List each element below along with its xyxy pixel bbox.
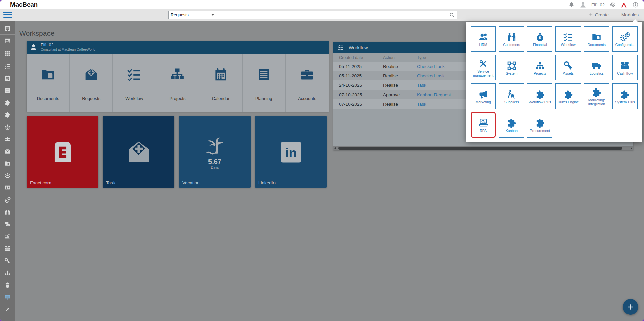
profile-subtitle: Consultant at MacBean CoffeeWorld bbox=[41, 48, 95, 52]
sidebar-item-id-card-13[interactable] bbox=[0, 183, 15, 192]
sidebar-item-handshake-15[interactable] bbox=[0, 208, 15, 217]
sidebar-item-people-group-12[interactable] bbox=[0, 171, 15, 180]
sidebar-item-cash-register-18[interactable] bbox=[0, 244, 15, 253]
workspace-tile-requests[interactable]: Requests bbox=[70, 54, 113, 112]
profile-card-header[interactable]: Fifi_02 Consultant at MacBean CoffeeWorl… bbox=[27, 41, 329, 54]
sidebar-item-key-19[interactable] bbox=[0, 256, 15, 265]
avatar-icon[interactable] bbox=[579, 1, 587, 8]
scrollbar-thumb[interactable] bbox=[338, 147, 622, 150]
sidebar-item-grid-2[interactable] bbox=[0, 49, 15, 58]
profile-card-tiles: DocumentsRequestsWorkflowProjectsCalenda… bbox=[27, 54, 329, 112]
module-tile-hrm[interactable]: HRM bbox=[471, 26, 496, 52]
workspace-tile-projects[interactable]: Projects bbox=[156, 54, 199, 112]
sidebar-item-gears-14[interactable] bbox=[0, 195, 15, 205]
puzzle-icon bbox=[4, 111, 11, 118]
desktop: MacBean Fifi_02 Requests Create Modules … bbox=[0, 0, 644, 321]
envelope-plus-icon bbox=[84, 67, 99, 82]
puzzle-icon bbox=[591, 87, 602, 97]
sidebar-item-monitor-22[interactable] bbox=[0, 293, 15, 302]
sidebar-item-puzzle-7[interactable] bbox=[0, 110, 15, 119]
sidebar-item-building-0[interactable] bbox=[0, 24, 15, 33]
module-tile-procurement[interactable]: Procurement bbox=[527, 112, 552, 138]
workspace-tile-planning[interactable]: Planning bbox=[243, 54, 286, 112]
module-tile-system[interactable]: System bbox=[499, 55, 524, 80]
search-icon bbox=[449, 12, 455, 18]
shortcut-tile-linkedin[interactable]: inLinkedIn bbox=[255, 116, 327, 188]
workspace-tile-workflow[interactable]: Workflow bbox=[113, 54, 156, 112]
search-input[interactable] bbox=[217, 11, 457, 19]
sidebar-item-chart-up-17[interactable] bbox=[0, 232, 15, 241]
module-tile-projects[interactable]: Projects bbox=[527, 55, 552, 80]
module-label: System bbox=[506, 72, 517, 75]
workspace-tile-calendar[interactable]: Calendar bbox=[199, 54, 243, 112]
create-button[interactable]: Create bbox=[589, 12, 609, 17]
module-tile-rules-engine[interactable]: Rules Engine bbox=[555, 83, 581, 109]
workspace-tile-documents[interactable]: Documents bbox=[27, 54, 70, 112]
module-label: System Plus bbox=[615, 100, 635, 104]
sidebar-item-jar-21[interactable] bbox=[0, 281, 15, 290]
search-category-select[interactable]: Requests bbox=[168, 11, 217, 19]
module-tile-marketing-integration[interactable]: Marketing: Integration bbox=[584, 83, 609, 109]
modules-button[interactable]: Modules bbox=[621, 12, 639, 17]
sidebar-item-planning-5[interactable] bbox=[0, 86, 15, 95]
topbar-actions: Fifi_02 bbox=[568, 1, 639, 8]
plus-icon bbox=[589, 13, 593, 17]
module-tile-workflow-plus[interactable]: Workflow Plus bbox=[527, 83, 552, 109]
info-icon[interactable] bbox=[632, 2, 639, 8]
sidebar-item-coins-16[interactable] bbox=[0, 220, 15, 229]
workspace-tile-accounts[interactable]: Accounts bbox=[286, 54, 329, 112]
floating-add-button[interactable] bbox=[623, 299, 638, 315]
module-tile-financial[interactable]: $Financial bbox=[527, 26, 552, 52]
module-tile-suppliers[interactable]: Suppliers bbox=[499, 83, 524, 109]
tile-label: Calendar bbox=[212, 96, 230, 101]
calendar-icon bbox=[213, 67, 228, 82]
menu-hamburger-icon[interactable] bbox=[3, 12, 12, 18]
checklist-icon bbox=[563, 32, 573, 42]
module-tile-logistics[interactable]: Logistics bbox=[584, 55, 609, 80]
shortcut-tile-vacation[interactable]: 5.67DaysVacation bbox=[179, 116, 251, 188]
module-label: Projects bbox=[534, 72, 546, 75]
tile-label: LinkedIn bbox=[258, 180, 276, 185]
sidebar-item-arrow-ne-23[interactable] bbox=[0, 305, 15, 314]
scroll-right-arrow-icon[interactable] bbox=[631, 147, 632, 150]
module-tile-assets[interactable]: Assets bbox=[555, 55, 581, 80]
truck-icon bbox=[591, 61, 602, 71]
tile-unit: Days bbox=[211, 165, 219, 169]
horizontal-scrollbar[interactable] bbox=[333, 146, 633, 150]
tile-label: Workflow bbox=[125, 96, 143, 101]
module-tile-cash-flow[interactable]: Cash flow bbox=[612, 55, 638, 80]
module-tile-workflow[interactable]: Workflow bbox=[555, 26, 581, 52]
module-tile-rpa[interactable]: RPA bbox=[471, 112, 496, 138]
jar-icon bbox=[4, 282, 11, 288]
sidebar-item-envelope-plus-10[interactable] bbox=[0, 147, 15, 156]
brand-logo[interactable]: MacBean bbox=[10, 1, 38, 8]
sidebar-item-window-form-1[interactable] bbox=[0, 36, 15, 45]
module-tile-kanban[interactable]: Kanban bbox=[499, 112, 524, 138]
module-tile-system-plus[interactable]: System Plus bbox=[612, 83, 638, 109]
sidebar-item-briefcase-9[interactable] bbox=[0, 135, 15, 144]
briefcase-icon bbox=[299, 67, 315, 82]
sidebar-item-checklist-3[interactable] bbox=[0, 62, 15, 71]
gear-icon[interactable] bbox=[609, 2, 616, 8]
cell-action: Approve bbox=[383, 92, 417, 97]
bell-icon[interactable] bbox=[568, 2, 575, 8]
module-tile-configurat-[interactable]: Configurat... bbox=[612, 26, 638, 52]
sidebar-item-people-group-8[interactable] bbox=[0, 122, 15, 132]
module-tile-service-management[interactable]: Service management bbox=[471, 55, 496, 80]
module-tile-customers[interactable]: Customers bbox=[499, 26, 524, 52]
sidebar-item-orgchart-20[interactable] bbox=[0, 269, 15, 278]
scroll-left-arrow-icon[interactable] bbox=[334, 147, 336, 150]
gears-icon bbox=[4, 197, 11, 203]
sidebar-item-folder-doc-11[interactable] bbox=[0, 159, 15, 168]
shortcut-tile-exact-com[interactable]: Exact.com bbox=[27, 116, 98, 188]
username-label[interactable]: Fifi_02 bbox=[591, 2, 605, 7]
arrow-ne-icon bbox=[4, 306, 11, 313]
sidebar-item-puzzle-6[interactable] bbox=[0, 98, 15, 107]
sidebar-item-calendar-4[interactable] bbox=[0, 74, 15, 83]
plus-icon bbox=[627, 303, 634, 311]
puzzle-icon bbox=[507, 118, 517, 128]
module-tile-marketing[interactable]: Marketing bbox=[471, 83, 496, 109]
shortcut-tile-task[interactable]: Task bbox=[103, 116, 174, 188]
search-category-value: Requests bbox=[171, 13, 189, 17]
module-tile-documents[interactable]: Documents bbox=[584, 26, 609, 52]
